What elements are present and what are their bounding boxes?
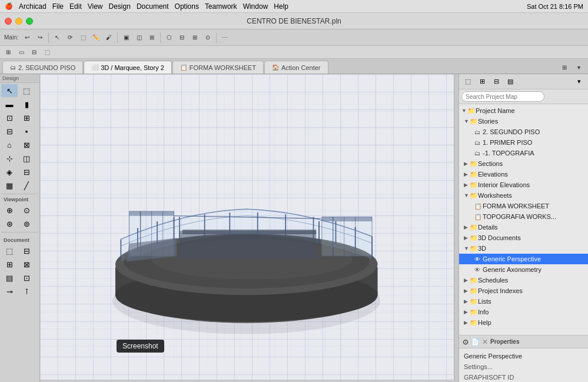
- tab-segundo-piso[interactable]: 🗂 2. SEGUNDO PISO: [2, 61, 83, 74]
- tree-root[interactable]: ▼ 📁 Project Name: [459, 105, 588, 116]
- tool-vp3[interactable]: ⊛: [1, 217, 18, 230]
- tool-beam[interactable]: ⊡: [1, 111, 18, 124]
- toolbar-view3[interactable]: ⊞: [146, 31, 158, 44]
- tool-line[interactable]: ╱: [18, 179, 35, 192]
- tree-topografia[interactable]: 🗂 -1. TOPOGRAFIA: [459, 148, 588, 158]
- tb2-grid[interactable]: ⊞: [2, 46, 14, 59]
- toolbar-arrow[interactable]: ↖: [51, 31, 63, 44]
- tool-doc7[interactable]: ⊸: [1, 285, 18, 298]
- tree-generic-axonometry[interactable]: 👁 Generic Axonometry: [459, 264, 588, 275]
- toolbar-3d[interactable]: ⬡: [163, 31, 175, 44]
- prop-row-2[interactable]: Settings...: [464, 361, 583, 372]
- tool-window[interactable]: ⊞: [18, 111, 35, 124]
- tool-column[interactable]: ▮: [18, 98, 35, 111]
- rpanel-btn-2[interactable]: ⊞: [476, 76, 489, 88]
- tool-stair[interactable]: ⊠: [18, 138, 35, 151]
- maximize-button[interactable]: [26, 18, 33, 25]
- bottom-resize-handle[interactable]: [40, 380, 459, 382]
- toolbar-orbit[interactable]: ⊙: [202, 31, 214, 44]
- menu-help[interactable]: Help: [274, 2, 288, 11]
- tree-schedules[interactable]: ▶ 📁 Schedules: [459, 275, 588, 285]
- tree-primer-piso[interactable]: 🗂 1. PRIMER PISO: [459, 137, 588, 148]
- minimize-button[interactable]: [15, 18, 22, 25]
- tool-vp2[interactable]: ⊙: [18, 204, 35, 217]
- prop-icon-circle[interactable]: ⊙: [463, 338, 469, 346]
- tree-elevations[interactable]: ▶ 📁 Elevations: [459, 169, 588, 180]
- view-toggle-btn[interactable]: ⊞: [559, 61, 570, 74]
- tab-forma-worksheet[interactable]: 📋 FORMA WORKSHEET: [172, 61, 264, 74]
- tree-worksheets[interactable]: ▼ 📁 Worksheets: [459, 190, 588, 201]
- prop-close-btn[interactable]: ✕: [482, 338, 488, 346]
- tree-topografia-works[interactable]: 📋 TOPOGRAFIA WORKS...: [459, 211, 588, 222]
- menu-edit[interactable]: Edit: [69, 2, 82, 11]
- toolbar-fill[interactable]: 🖌: [103, 31, 115, 44]
- menu-document[interactable]: Document: [137, 2, 169, 11]
- tree-interior-elevations[interactable]: ▶ 📁 Interior Elevations: [459, 180, 588, 190]
- tb2-expand[interactable]: ⊟: [28, 46, 40, 59]
- tool-vp1[interactable]: ⊕: [1, 204, 18, 217]
- prop-settings[interactable]: Settings...: [464, 363, 493, 370]
- tree-3d[interactable]: ▼ 📁 3D: [459, 243, 588, 254]
- toolbar-pen[interactable]: ✏️: [90, 31, 102, 44]
- tool-zone[interactable]: ◫: [18, 152, 35, 165]
- toolbar-more[interactable]: ⋯: [219, 31, 231, 44]
- tool-door[interactable]: ⊟: [1, 125, 18, 138]
- menu-file[interactable]: File: [52, 2, 64, 11]
- tool-doc8[interactable]: ⊺: [18, 285, 35, 298]
- tab-action-center[interactable]: 🏠 Action Center: [264, 61, 328, 74]
- tool-doc1[interactable]: ⬚: [1, 244, 18, 257]
- tool-fill[interactable]: ▦: [1, 179, 18, 192]
- tree-help[interactable]: ▶ 📁 Help: [459, 317, 588, 328]
- rpanel-more-btn[interactable]: ▾: [573, 76, 586, 88]
- tool-doc5[interactable]: ▤: [1, 271, 18, 284]
- toolbar-view2[interactable]: ◫: [133, 31, 145, 44]
- rpanel-btn-4[interactable]: ▤: [504, 76, 517, 88]
- prop-icon-doc[interactable]: 📄: [471, 338, 480, 346]
- tool-mesh[interactable]: ⊹: [1, 152, 18, 165]
- rpanel-btn-1[interactable]: ⬚: [461, 76, 474, 88]
- tree-details[interactable]: ▶ 📁 Details: [459, 222, 588, 232]
- tool-doc6[interactable]: ⊡: [18, 271, 35, 284]
- menu-view[interactable]: View: [88, 2, 103, 11]
- project-map-search[interactable]: [461, 91, 544, 102]
- tool-curtain[interactable]: ⊟: [18, 165, 35, 178]
- tree-sections[interactable]: ▶ 📁 Sections: [459, 158, 588, 169]
- tool-wall[interactable]: ▬: [1, 98, 18, 111]
- toolbar-section[interactable]: ⊟: [176, 31, 188, 44]
- tree-info[interactable]: ▶ 📁 Info: [459, 307, 588, 317]
- tree-stories[interactable]: ▼ 📁 Stories: [459, 116, 588, 127]
- tool-doc2[interactable]: ⊟: [18, 244, 35, 257]
- tool-doc4[interactable]: ⊠: [18, 258, 35, 271]
- toolbar-layers[interactable]: ⊞: [189, 31, 201, 44]
- toolbar-undo[interactable]: ↩: [21, 31, 33, 44]
- menu-teamwork[interactable]: Teamwork: [205, 2, 237, 11]
- menu-design[interactable]: Design: [109, 2, 131, 11]
- tool-select[interactable]: ⬚: [18, 84, 35, 97]
- menu-archicad[interactable]: Archicad: [19, 2, 46, 11]
- tool-roof[interactable]: ⌂: [1, 138, 18, 151]
- toolbar-redo[interactable]: ↪: [34, 31, 46, 44]
- vertical-scrollbar[interactable]: [454, 74, 459, 382]
- tab-3d-marquee[interactable]: ⬜ 3D / Marquee, Story 2: [84, 61, 172, 74]
- tool-doc3[interactable]: ⊞: [1, 258, 18, 271]
- tool-vp4[interactable]: ⊚: [18, 217, 35, 230]
- close-button[interactable]: [5, 18, 12, 25]
- menu-options[interactable]: Options: [175, 2, 199, 11]
- rpanel-btn-3[interactable]: ⊟: [490, 76, 503, 88]
- tb2-floor[interactable]: ▭: [15, 46, 27, 59]
- toolbar-view1[interactable]: ▣: [120, 31, 132, 44]
- toolbar-marquee[interactable]: ⬚: [77, 31, 89, 44]
- tree-lists[interactable]: ▶ 📁 Lists: [459, 296, 588, 307]
- tool-arrow[interactable]: ↖: [1, 84, 18, 97]
- tabs-more-btn[interactable]: ▾: [573, 61, 584, 74]
- tool-morph[interactable]: ◈: [1, 165, 18, 178]
- tree-3d-documents[interactable]: ▶ 📁 3D Documents: [459, 232, 588, 243]
- tree-forma-worksheet[interactable]: 📋 FORMA WORKSHEET: [459, 201, 588, 211]
- tb2-more2[interactable]: ⬚: [41, 46, 53, 59]
- toolbar-rotate[interactable]: ⟳: [64, 31, 76, 44]
- tree-segundo-piso[interactable]: 🗂 2. SEGUNDO PISO: [459, 127, 588, 137]
- canvas-area[interactable]: Screenshot: [40, 74, 459, 382]
- menu-window[interactable]: Window: [243, 2, 268, 11]
- apple-menu[interactable]: 🍎: [5, 2, 13, 10]
- tree-project-indexes[interactable]: ▶ 📁 Project Indexes: [459, 285, 588, 296]
